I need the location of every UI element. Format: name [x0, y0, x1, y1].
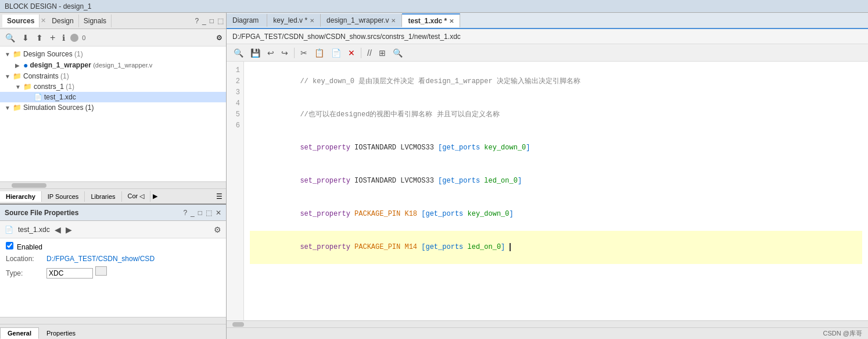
enabled-checkbox[interactable]	[6, 242, 13, 249]
props-settings-button[interactable]: ⚙	[214, 225, 221, 234]
line5-bracket2: ]	[510, 210, 514, 218]
tab-libraries[interactable]: Libraries	[85, 191, 121, 202]
verilog-icon: ●	[23, 60, 28, 70]
line4-bracket1: [get_ports	[438, 177, 480, 185]
status-indicator	[70, 34, 78, 42]
expand-button[interactable]: ⬆	[34, 32, 45, 44]
tree-simulation-sources[interactable]: ▼ 📁 Simulation Sources (1)	[0, 102, 226, 113]
editor-search-button[interactable]: 🔍	[231, 47, 246, 59]
design-sources-label: Design Sources (1)	[23, 50, 83, 58]
tab-menu-icon[interactable]: ☰	[213, 191, 226, 202]
tab-properties[interactable]: Properties	[39, 327, 83, 339]
line3-bracket2: ]	[526, 144, 530, 152]
editor-panel: Diagram key_led.v * ✕ design_1_wrapper.v…	[227, 13, 868, 339]
tab-ip-sources[interactable]: IP Sources	[42, 191, 85, 202]
editor-copy-button[interactable]: 📋	[312, 47, 327, 59]
line-numbers: 1 2 3 4 5 6	[227, 62, 244, 320]
main-area: Sources ✕ Design Signals ? _ □ ⬚ 🔍 ⬇ ⬆	[0, 13, 868, 339]
props-maximize-icon[interactable]: □	[198, 209, 202, 217]
tree-design-sources[interactable]: ▼ 📁 Design Sources (1)	[0, 49, 226, 59]
tree-hscroll[interactable]	[0, 181, 226, 188]
props-help-icon[interactable]: ?	[183, 209, 187, 217]
xdc-label: test_1.xdc	[44, 93, 76, 101]
tree-test-xdc[interactable]: 📄 test_1.xdc	[0, 92, 226, 102]
status-text: CSDN @库哥	[823, 329, 862, 338]
props-close-icon[interactable]: ✕	[216, 209, 221, 217]
tab-signals[interactable]: Signals	[79, 15, 112, 27]
collapse-button[interactable]: ⬇	[20, 32, 31, 44]
line5-value: PACKAGE_PIN K18	[350, 210, 421, 218]
props-type-row: Type:	[6, 266, 220, 279]
sources-tabs-bar: Sources ✕ Design Signals ? _ □ ⬚	[0, 13, 226, 29]
left-panel: Sources ✕ Design Signals ? _ □ ⬚ 🔍 ⬇ ⬆	[0, 13, 227, 339]
maximize-icon[interactable]: □	[210, 17, 214, 25]
tab-wrapper[interactable]: design_1_wrapper.v ✕	[321, 14, 402, 27]
code-line-3: set_property IOSTANDARD LVCMOS33 [get_po…	[250, 131, 862, 165]
settings-icon[interactable]: ⚙	[216, 34, 223, 42]
tab-test-xdc[interactable]: test_1.xdc * ✕	[402, 13, 460, 27]
editor-cut-button[interactable]: ✂	[298, 47, 310, 59]
tab-wrapper-close-icon[interactable]: ✕	[391, 17, 396, 24]
tab-general[interactable]: General	[0, 327, 39, 339]
editor-redo-button[interactable]: ↪	[279, 47, 290, 59]
editor-more-button[interactable]: 🔍	[390, 47, 405, 59]
editor-hscroll[interactable]	[227, 320, 868, 327]
tree-constrs1[interactable]: ▼ 📁 constrs_1 (1)	[0, 81, 226, 92]
type-button[interactable]	[95, 266, 107, 276]
tree-design-wrapper[interactable]: ▶ ● design_1_wrapper (design_1_wrapper.v	[0, 59, 226, 71]
type-input[interactable]	[46, 268, 93, 279]
tab-key-led[interactable]: key_led.v * ✕	[267, 14, 321, 27]
editor-save-button[interactable]: 💾	[248, 47, 263, 59]
line5-keyword: set_property	[300, 210, 350, 218]
tab-sources[interactable]: Sources	[2, 15, 40, 27]
search-button[interactable]: 🔍	[3, 32, 17, 44]
editor-comment-button[interactable]: //	[365, 47, 374, 59]
minimize-icon[interactable]: _	[202, 17, 206, 25]
line5-bracket1: [get_ports	[421, 210, 463, 218]
toolbar-separator-1	[294, 48, 295, 58]
tab-more-arrow[interactable]: ▶	[150, 191, 160, 202]
tree-arrow-design-sources: ▼	[5, 51, 13, 58]
help-icon[interactable]: ?	[195, 17, 199, 25]
props-float-icon[interactable]: ⬚	[206, 209, 212, 217]
props-file-icon: 📄	[5, 226, 13, 234]
props-prev-button[interactable]: ◀	[55, 225, 61, 234]
tree-hscroll-thumb	[12, 183, 46, 188]
editor-paste-button[interactable]: 📄	[329, 47, 343, 59]
simulation-folder-icon: 📁	[13, 104, 21, 112]
props-minimize-icon[interactable]: _	[191, 209, 195, 217]
props-next-button[interactable]: ▶	[66, 225, 72, 234]
xdc-file-icon: 📄	[34, 93, 42, 101]
bottom-tabs: Hierarchy IP Sources Libraries Cor ◁ ▶ ☰	[0, 188, 226, 204]
line6-value: PACKAGE_PIN M14	[350, 243, 421, 251]
folder-icon: 📁	[13, 50, 21, 58]
type-key: Type:	[6, 269, 46, 277]
tab-design[interactable]: Design	[47, 15, 78, 27]
editor-toolbar: 🔍 💾 ↩ ↪ ✂ 📋 📄 ✕ // ⊞ 🔍	[227, 44, 868, 62]
tab-hierarchy[interactable]: Hierarchy	[0, 191, 42, 202]
add-button[interactable]: +	[48, 31, 57, 44]
tab-diagram[interactable]: Diagram	[227, 14, 267, 27]
tab-key-led-close-icon[interactable]: ✕	[310, 17, 314, 24]
code-line-2: //也可以在designed的视图中看引脚名称 并且可以自定义名称	[250, 98, 862, 131]
line4-bracket2: ]	[518, 177, 522, 185]
info-button[interactable]: ℹ	[60, 32, 67, 44]
editor-hscroll-thumb	[232, 322, 244, 327]
float-icon[interactable]: ⬚	[217, 17, 224, 25]
tab-test-xdc-close-icon[interactable]: ✕	[449, 18, 454, 24]
tree-constraints[interactable]: ▼ 📁 Constraints (1)	[0, 71, 226, 81]
tab-cor[interactable]: Cor ◁	[122, 191, 151, 202]
editor-delete-button[interactable]: ✕	[346, 47, 357, 59]
location-value[interactable]: D:/FPGA_TEST/CSDN_show/CSD	[46, 255, 155, 263]
editor-status: CSDN @库哥	[227, 327, 868, 339]
code-editor[interactable]: 1 2 3 4 5 6 // key_down_0 是由顶层文件决定 看desi…	[227, 62, 868, 320]
editor-undo-button[interactable]: ↩	[265, 47, 277, 59]
tab-wrapper-label: design_1_wrapper.v	[327, 16, 389, 24]
props-vscroll[interactable]	[0, 317, 226, 324]
props-panel: Source File Properties ? _ □ ⬚ ✕ 📄 test_…	[0, 205, 226, 339]
code-content[interactable]: // key_down_0 是由顶层文件决定 看design_1_wrapper…	[244, 62, 868, 320]
title-bar: BLOCK DESIGN - design_1	[0, 0, 868, 13]
tab-sources-close[interactable]: ✕	[40, 17, 47, 24]
editor-grid-button[interactable]: ⊞	[376, 47, 388, 59]
line4-normal: IOSTANDARD LVCMOS33	[350, 177, 438, 185]
